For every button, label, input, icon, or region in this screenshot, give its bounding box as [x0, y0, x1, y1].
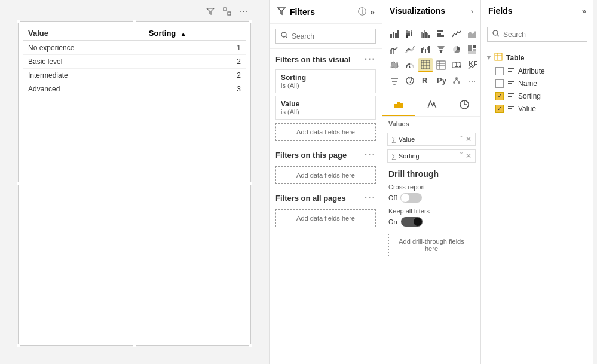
viz-icon-kpi[interactable]: KPI	[465, 58, 479, 72]
col-header-sorting[interactable]: Sorting ▲	[144, 26, 246, 41]
viz-icon-hbar[interactable]	[434, 27, 448, 41]
canvas-area: ··· Value Sorting ▲	[0, 0, 269, 364]
keep-filters-toggle[interactable]	[401, 217, 423, 227]
add-page-fields-button[interactable]: Add data fields here	[275, 166, 376, 184]
filters-all-pages-more[interactable]: ···	[365, 192, 376, 203]
viz-tab-analytics[interactable]	[448, 93, 480, 116]
filters-expand-icon[interactable]: »	[370, 7, 375, 17]
add-drill-fields-button[interactable]: Add drill-through fields here	[388, 234, 474, 256]
svg-rect-1	[228, 12, 231, 15]
resize-handle-ml[interactable]	[17, 182, 20, 185]
viz-icon-line[interactable]	[449, 27, 464, 41]
viz-icon-cluster-bar[interactable]	[418, 27, 433, 41]
attribute-label: Attribute	[518, 67, 545, 75]
name-label: Name	[518, 79, 537, 88]
viz-icon-combo[interactable]	[387, 42, 402, 57]
more-options-button[interactable]: ···	[237, 5, 250, 18]
resize-handle-tl[interactable]	[17, 20, 20, 23]
viz-icon-bar[interactable]	[387, 27, 402, 41]
viz-icon-treemap[interactable]	[465, 42, 479, 57]
viz-icon-card[interactable]: 123	[449, 58, 464, 72]
focus-button[interactable]	[221, 5, 234, 18]
filters-on-page-more[interactable]: ···	[365, 149, 376, 160]
tree-item-table[interactable]: ▾ Table	[481, 51, 593, 65]
col-header-value[interactable]: Value	[23, 26, 144, 41]
cross-report-row: Cross-report Off	[388, 183, 474, 203]
resize-handle-tm[interactable]	[133, 20, 136, 23]
fields-search-box[interactable]	[487, 27, 587, 42]
svg-rect-8	[406, 30, 408, 33]
keep-filters-label: Keep all filters	[388, 207, 474, 215]
name-checkbox[interactable]	[495, 79, 504, 88]
resize-handle-br[interactable]	[249, 344, 252, 347]
attribute-checkbox[interactable]	[495, 67, 504, 75]
viz-icon-custom-r[interactable]: R	[418, 74, 433, 88]
svg-marker-36	[437, 46, 445, 49]
svg-rect-32	[423, 47, 424, 50]
viz-icon-pie[interactable]	[449, 42, 464, 57]
filter-info-icon[interactable]: ⓘ	[358, 7, 366, 17]
sorting-checkbox[interactable]	[495, 92, 504, 100]
add-allpages-fields-button[interactable]: Add data fields here	[275, 209, 376, 227]
filter-button[interactable]	[204, 5, 217, 18]
cross-report-toggle[interactable]	[400, 193, 422, 203]
drill-through-title: Drill through	[388, 169, 474, 179]
table-row: Intermediate 2	[23, 69, 246, 82]
keep-filters-toggle-row: On	[388, 217, 474, 227]
viz-tab-format[interactable]	[415, 93, 448, 116]
viz-icon-stacked-bar[interactable]	[403, 27, 417, 41]
resize-handle-tr[interactable]	[249, 20, 252, 23]
name-icon	[507, 79, 515, 88]
viz-icon-filled-map[interactable]	[387, 58, 402, 72]
fields-search-container	[481, 22, 593, 47]
viz-icon-ribbon[interactable]	[403, 42, 417, 57]
resize-handle-bm[interactable]	[133, 344, 136, 347]
sorting-field-remove[interactable]: ✕	[466, 152, 472, 160]
svg-text:R: R	[422, 76, 428, 85]
resize-handle-mr[interactable]	[249, 182, 252, 185]
filters-search-box[interactable]	[275, 29, 376, 44]
viz-icon-filter-icon[interactable]	[387, 74, 402, 88]
viz-icon-decomp[interactable]	[449, 74, 464, 88]
add-visual-fields-button[interactable]: Add data fields here	[275, 123, 376, 141]
filter-card-value[interactable]: Value is (All)	[275, 96, 376, 120]
filters-search-input[interactable]	[292, 32, 371, 41]
value-field-remove[interactable]: ✕	[466, 135, 472, 143]
viz-field-value: ∑ Value ˅ ✕	[387, 133, 476, 146]
viz-icon-table[interactable]	[418, 58, 433, 72]
viz-expand-icon[interactable]: ›	[471, 7, 473, 16]
fields-expand-icon[interactable]: »	[582, 7, 586, 16]
tree-item-attribute[interactable]: Attribute	[481, 65, 593, 77]
svg-rect-31	[421, 48, 423, 53]
viz-icon-more[interactable]: ···	[465, 74, 479, 88]
viz-icon-matrix[interactable]	[434, 58, 448, 72]
viz-tab-build[interactable]	[382, 93, 415, 116]
resize-handle-bl[interactable]	[17, 344, 20, 347]
filter-card-sorting[interactable]: Sorting is (All)	[275, 69, 376, 93]
viz-icon-gauge[interactable]	[403, 58, 417, 72]
fields-search-input[interactable]	[503, 30, 582, 39]
sorting-field-expand[interactable]: ˅	[460, 152, 463, 160]
viz-icon-custom-py[interactable]: Py	[434, 74, 448, 88]
viz-icon-area[interactable]	[465, 27, 479, 41]
value-field-expand[interactable]: ˅	[460, 135, 463, 143]
tree-item-value[interactable]: Value	[481, 102, 593, 115]
filters-search-icon	[281, 32, 288, 41]
filters-title: Filters	[290, 7, 354, 17]
filters-on-page-header: Filters on this page ···	[270, 145, 382, 163]
svg-rect-21	[437, 30, 443, 32]
tree-item-name[interactable]: Name	[481, 77, 593, 90]
fields-panel: Fields » ▾ Table	[481, 0, 593, 364]
cross-report-toggle-row: Off	[388, 193, 474, 203]
svg-line-71	[457, 79, 459, 81]
viz-icon-waterfall[interactable]	[418, 42, 433, 57]
tree-item-sorting[interactable]: Sorting	[481, 90, 593, 102]
viz-icon-smart[interactable]: ?	[403, 74, 417, 88]
viz-icons-grid: 123 KPI ? R Py ···	[382, 22, 480, 93]
viz-icon-funnel[interactable]	[434, 42, 448, 57]
filters-on-visual-more[interactable]: ···	[365, 54, 376, 65]
svg-rect-14	[411, 32, 412, 36]
svg-text:Py: Py	[437, 76, 446, 85]
value-checkbox[interactable]	[495, 105, 504, 113]
svg-point-67	[455, 77, 458, 79]
